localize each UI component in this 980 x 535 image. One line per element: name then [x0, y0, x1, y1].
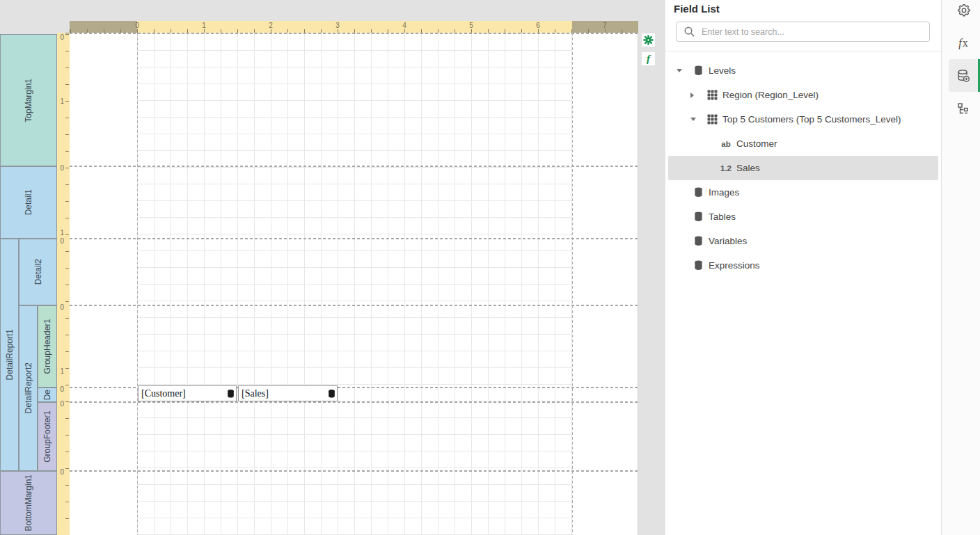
- table-icon: [706, 114, 718, 125]
- properties-button[interactable]: [949, 0, 978, 26]
- v-ruler-label: 1: [60, 97, 64, 105]
- gear-icon: [956, 3, 971, 17]
- tree-item-region-region-level[interactable]: Region (Region_Level): [668, 83, 938, 107]
- v-ruler-label: 0: [60, 164, 64, 172]
- band-label-detail1[interactable]: Detail1: [0, 166, 57, 239]
- design-grid: [137, 33, 572, 535]
- database-icon: [692, 65, 704, 76]
- h-ruler-label: 4: [402, 22, 406, 29]
- fx-icon: fx: [958, 37, 967, 49]
- band-label-de[interactable]: De: [38, 388, 57, 402]
- band-label-text: BottomMargin1: [24, 474, 33, 531]
- band-label-text: GroupFooter1: [42, 410, 52, 463]
- band-label-bottommargin1[interactable]: BottomMargin1: [0, 471, 57, 535]
- tree-item-images[interactable]: Images: [668, 180, 938, 205]
- search-input[interactable]: [702, 27, 929, 37]
- tree-item-sales[interactable]: 1.2Sales: [668, 156, 938, 180]
- page-margin-line: [572, 33, 573, 535]
- field-tree: LevelsRegion (Region_Level)Top 5 Custome…: [665, 51, 941, 278]
- search-icon: [683, 26, 695, 38]
- horizontal-ruler: 01234567: [70, 21, 638, 33]
- band-label-text: Detail2: [33, 259, 43, 285]
- band-label-topmargin1[interactable]: TopMargin1: [0, 34, 57, 166]
- tree-item-top-5-customers-top-5-customers-level[interactable]: Top 5 Customers (Top 5 Customers_Level): [668, 107, 938, 131]
- tree-item-label: Region (Region_Level): [722, 90, 819, 100]
- tree-item-label: Customer: [736, 138, 777, 149]
- f-green-icon: f: [647, 54, 650, 64]
- text-field-icon: ab: [720, 140, 732, 148]
- field-list-panel: Field List LevelsRegion (Region_Level)To…: [665, 0, 941, 535]
- v-ruler-label: 0: [60, 400, 64, 408]
- report-structure-icon: [956, 102, 970, 115]
- v-ruler-label: 1: [60, 229, 64, 237]
- tree-item-label: Tables: [709, 211, 736, 222]
- gear-green-icon: [643, 35, 654, 45]
- table-icon: [706, 90, 718, 100]
- h-ruler-label: 0: [135, 22, 139, 29]
- tree-item-levels[interactable]: Levels: [668, 58, 938, 83]
- field-box-label: [Customer]: [141, 388, 186, 399]
- chevron-down-icon[interactable]: [677, 69, 692, 72]
- tree-item-customer[interactable]: abCustomer: [668, 131, 938, 156]
- v-ruler-label: 0: [60, 385, 64, 393]
- band-separator[interactable]: [70, 238, 638, 239]
- tree-item-label: Variables: [709, 236, 747, 246]
- field-list-button[interactable]: [949, 59, 978, 92]
- band-strip: TopMargin1Detail1DetailReport1Detail2Det…: [0, 34, 57, 535]
- v-ruler-label: 1: [60, 367, 64, 375]
- tree-item-expressions[interactable]: Expressions: [668, 253, 938, 278]
- band-label-text: DetailReport2: [24, 362, 33, 413]
- database-icon: [692, 260, 704, 271]
- report-explorer-button[interactable]: [949, 92, 978, 125]
- band-separator[interactable]: [70, 305, 638, 306]
- v-ruler-label: 0: [60, 33, 64, 41]
- h-ruler-label: 2: [269, 22, 273, 29]
- tree-item-label: Expressions: [709, 260, 760, 271]
- field-box-customer[interactable]: [Customer]: [138, 385, 237, 401]
- band-separator[interactable]: [70, 166, 638, 167]
- band-label-groupfooter1[interactable]: GroupFooter1: [38, 402, 57, 471]
- report-page: [Customer][Sales]: [70, 33, 638, 535]
- v-ruler-label: 0: [60, 303, 64, 311]
- tree-item-label: Images: [709, 187, 739, 198]
- right-toolbar: fx: [941, 0, 980, 535]
- band-separator[interactable]: [70, 33, 638, 34]
- band-label-groupheader1[interactable]: GroupHeader1: [38, 305, 57, 388]
- band-label-text: Detail1: [24, 189, 33, 215]
- vertical-ruler-ticks: [65, 33, 69, 535]
- h-ruler-label: 7: [603, 22, 607, 29]
- expressions-button[interactable]: fx: [949, 26, 978, 59]
- h-ruler-label: 3: [335, 22, 340, 29]
- band-label-detailreport1[interactable]: DetailReport1: [0, 239, 19, 471]
- chevron-down-icon[interactable]: [690, 118, 706, 121]
- tree-item-label: Top 5 Customers (Top 5 Customers_Level): [722, 114, 901, 125]
- report-designer: 01234567 0101001000 TopMargin1Detail1Det…: [0, 0, 665, 535]
- vertical-ruler: 0101001000: [57, 33, 70, 535]
- h-ruler-label: 6: [536, 22, 540, 29]
- search-box: [676, 22, 930, 42]
- band-action-buttons: f: [642, 33, 655, 71]
- tree-item-variables[interactable]: Variables: [668, 229, 938, 253]
- tree-item-label: Levels: [709, 65, 736, 76]
- band-separator[interactable]: [70, 470, 638, 472]
- database-icon: [328, 389, 335, 398]
- band-label-detailreport2[interactable]: DetailReport2: [19, 305, 38, 471]
- field-box-sales[interactable]: [Sales]: [238, 385, 338, 401]
- band-label-text: TopMargin1: [24, 79, 33, 122]
- band-gear-button[interactable]: [642, 33, 655, 47]
- database-icon: [692, 187, 704, 198]
- field-box-label: [Sales]: [242, 388, 269, 399]
- database-icon: [692, 211, 704, 222]
- database-add-icon: [956, 68, 971, 83]
- band-script-button[interactable]: f: [642, 52, 655, 65]
- band-label-detail2[interactable]: Detail2: [19, 239, 57, 305]
- v-ruler-label: 0: [60, 237, 64, 245]
- h-ruler-label: 5: [469, 22, 473, 29]
- database-icon: [227, 389, 235, 398]
- tree-item-tables[interactable]: Tables: [668, 205, 938, 229]
- band-separator[interactable]: [70, 401, 638, 403]
- numeric-field-icon: 1.2: [720, 164, 732, 173]
- chevron-right-icon[interactable]: [690, 93, 706, 98]
- band-label-text: GroupHeader1: [42, 319, 52, 374]
- h-ruler-label: 1: [202, 22, 206, 29]
